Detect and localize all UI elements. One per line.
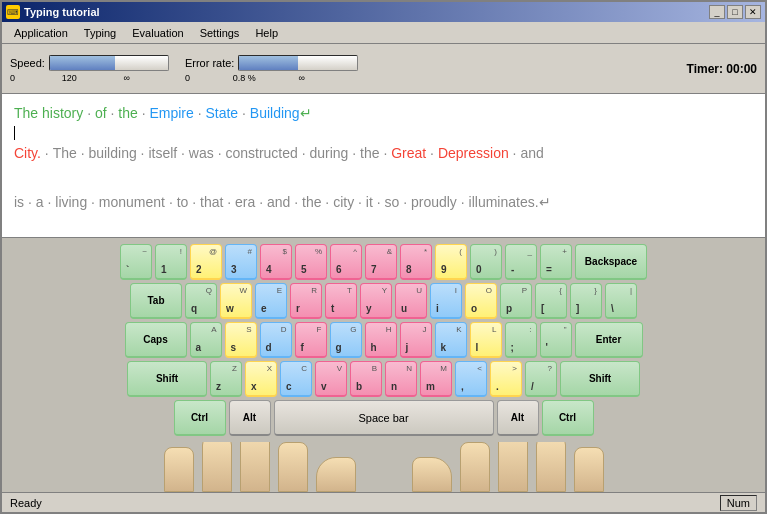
maximize-button[interactable]: □: [727, 5, 743, 19]
key-enter[interactable]: Enter: [575, 322, 643, 358]
menu-help[interactable]: Help: [247, 25, 286, 41]
text-line-1: The history · of · the · Empire · State …: [14, 102, 753, 124]
title-bar-left: ⌨ Typing tutorial: [6, 5, 100, 19]
key-shift-right[interactable]: Shift: [560, 361, 640, 397]
dot21: ·: [223, 191, 235, 213]
key-1[interactable]: ! 1: [155, 244, 187, 280]
finger-area: [2, 442, 765, 492]
key-lbracket[interactable]: { [: [535, 283, 567, 319]
finger-right-middle: [498, 442, 528, 492]
key-row-asdf: Caps A a S s D d F f G g H: [125, 322, 643, 358]
key-backspace[interactable]: Backspace: [575, 244, 647, 280]
key-space[interactable]: Space bar: [274, 400, 494, 436]
key-r[interactable]: R r: [290, 283, 322, 319]
window-title: Typing tutorial: [24, 6, 100, 18]
key-0[interactable]: ) 0: [470, 244, 502, 280]
word-it: it: [366, 191, 373, 213]
speed-slider-container: Speed:: [10, 55, 169, 71]
key-minus[interactable]: _ -: [505, 244, 537, 280]
dot20: ·: [188, 191, 200, 213]
key-o[interactable]: O o: [465, 283, 497, 319]
text-line-5: is · a · living · monument · to · that ·…: [14, 191, 753, 213]
word-history: history: [42, 102, 83, 124]
key-row-numbers: ~ ` ! 1 @ 2 # 3 $ 4 % 5: [120, 244, 647, 280]
key-rbracket[interactable]: } ]: [570, 283, 602, 319]
key-row-bottom: Ctrl Alt Space bar Alt Ctrl: [174, 400, 594, 436]
text-line-4: [14, 167, 753, 189]
key-alt-left[interactable]: Alt: [229, 400, 271, 436]
key-s[interactable]: S s: [225, 322, 257, 358]
key-2[interactable]: @ 2: [190, 244, 222, 280]
word-city2: city: [333, 191, 354, 213]
key-w[interactable]: W w: [220, 283, 252, 319]
key-3[interactable]: # 3: [225, 244, 257, 280]
speed-slider[interactable]: [49, 55, 169, 71]
key-f[interactable]: F f: [295, 322, 327, 358]
key-ctrl-left[interactable]: Ctrl: [174, 400, 226, 436]
key-equals[interactable]: + =: [540, 244, 572, 280]
close-button[interactable]: ✕: [745, 5, 761, 19]
key-v[interactable]: V v: [315, 361, 347, 397]
dot2: ·: [107, 102, 119, 124]
menu-typing[interactable]: Typing: [76, 25, 124, 41]
key-d[interactable]: D d: [260, 322, 292, 358]
key-k[interactable]: K k: [435, 322, 467, 358]
key-c[interactable]: C c: [280, 361, 312, 397]
key-t[interactable]: T t: [325, 283, 357, 319]
key-y[interactable]: Y y: [360, 283, 392, 319]
key-shift-left[interactable]: Shift: [127, 361, 207, 397]
key-tab[interactable]: Tab: [130, 283, 182, 319]
key-tilde[interactable]: ~ `: [120, 244, 152, 280]
word-to: to: [177, 191, 189, 213]
minimize-button[interactable]: _: [709, 5, 725, 19]
key-m[interactable]: M m: [420, 361, 452, 397]
key-backslash[interactable]: | \: [605, 283, 637, 319]
key-comma[interactable]: < ,: [455, 361, 487, 397]
dot1: ·: [83, 102, 95, 124]
key-g[interactable]: G g: [330, 322, 362, 358]
menu-settings[interactable]: Settings: [192, 25, 248, 41]
key-period[interactable]: > .: [490, 361, 522, 397]
finger-left-index: [278, 442, 308, 492]
key-i[interactable]: I i: [430, 283, 462, 319]
key-6[interactable]: ^ 6: [330, 244, 362, 280]
key-ctrl-right[interactable]: Ctrl: [542, 400, 594, 436]
word-the2: the: [118, 102, 137, 124]
word-state: State: [205, 102, 238, 124]
key-8[interactable]: * 8: [400, 244, 432, 280]
word-era: era: [235, 191, 255, 213]
key-p[interactable]: P p: [500, 283, 532, 319]
key-u[interactable]: U u: [395, 283, 427, 319]
key-a[interactable]: A a: [190, 322, 222, 358]
error-max: ∞: [298, 73, 304, 83]
finger-left-middle: [240, 442, 270, 492]
key-7[interactable]: & 7: [365, 244, 397, 280]
key-e[interactable]: E e: [255, 283, 287, 319]
error-label: Error rate:: [185, 57, 235, 69]
dot12: ·: [348, 142, 360, 164]
key-j[interactable]: J j: [400, 322, 432, 358]
key-slash[interactable]: ? /: [525, 361, 557, 397]
menu-evaluation[interactable]: Evaluation: [124, 25, 191, 41]
key-z[interactable]: Z z: [210, 361, 242, 397]
dot10: ·: [214, 142, 226, 164]
error-slider[interactable]: [238, 55, 358, 71]
key-semicolon[interactable]: : ;: [505, 322, 537, 358]
key-quote[interactable]: " ': [540, 322, 572, 358]
key-n[interactable]: N n: [385, 361, 417, 397]
key-9[interactable]: ( 9: [435, 244, 467, 280]
key-5[interactable]: % 5: [295, 244, 327, 280]
key-caps[interactable]: Caps: [125, 322, 187, 358]
key-l[interactable]: L l: [470, 322, 502, 358]
key-x[interactable]: X x: [245, 361, 277, 397]
keyboard-area: ~ ` ! 1 @ 2 # 3 $ 4 % 5: [2, 238, 765, 442]
key-h[interactable]: H h: [365, 322, 397, 358]
finger-right-thumb: [412, 457, 452, 492]
key-b[interactable]: B b: [350, 361, 382, 397]
key-q[interactable]: Q q: [185, 283, 217, 319]
key-alt-right[interactable]: Alt: [497, 400, 539, 436]
word-is: is: [14, 191, 24, 213]
word-the1: The: [14, 102, 38, 124]
menu-application[interactable]: Application: [6, 25, 76, 41]
key-4[interactable]: $ 4: [260, 244, 292, 280]
